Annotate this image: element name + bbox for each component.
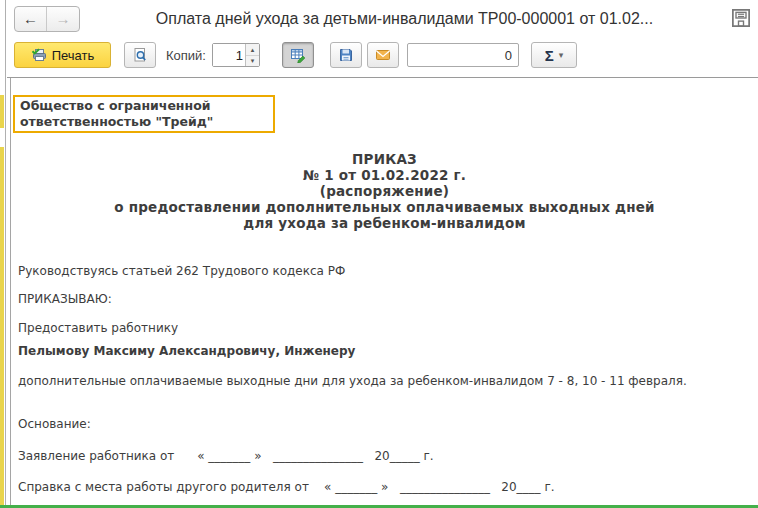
heading-subtitle: (распоряжение) <box>11 183 758 199</box>
titlebar: ← → Оплата дней ухода за детьми-инвалида… <box>7 0 758 38</box>
edit-table-button[interactable] <box>282 42 314 68</box>
paragraph-provide: Предоставить работнику <box>18 321 750 336</box>
chevron-down-icon: ▾ <box>559 50 564 60</box>
copies-input[interactable] <box>213 44 245 66</box>
copies-label: Копий: <box>166 48 206 63</box>
table-edit-icon <box>290 47 306 63</box>
order-heading: ПРИКАЗ № 1 от 01.02.2022 г. (распоряжени… <box>11 151 758 231</box>
document-left-border <box>10 78 11 505</box>
company-cell[interactable]: Общество с ограниченной ответственностью… <box>13 95 275 133</box>
arrow-right-icon: → <box>56 10 71 27</box>
email-button[interactable] <box>367 42 399 68</box>
print-preview-button[interactable] <box>124 42 156 68</box>
paragraph-basis-label: Основание: <box>18 417 750 432</box>
back-button[interactable]: ← <box>15 7 47 31</box>
spin-up-button[interactable]: ▴ <box>246 44 259 56</box>
nav-history-group: ← → <box>14 6 80 32</box>
heading-title: ПРИКАЗ <box>11 151 758 167</box>
document-area[interactable]: Общество с ограниченной ответственностью… <box>7 77 758 505</box>
toolbar: Печать Копий: ▴ ▾ <box>7 39 758 71</box>
forward-button[interactable]: → <box>47 7 79 31</box>
print-button-label: Печать <box>52 48 95 63</box>
printer-icon <box>31 47 47 63</box>
envelope-icon <box>375 47 391 63</box>
copies-spinbox: ▴ ▾ <box>212 43 260 67</box>
paragraph-legal-basis: Руководствуясь статьей 262 Трудового код… <box>18 264 750 279</box>
heading-subject-2: для ухода за ребенком-инвалидом <box>11 215 758 231</box>
sum-indicator-field[interactable] <box>407 43 519 67</box>
background-window-field <box>0 147 4 505</box>
arrow-left-icon: ← <box>23 10 38 27</box>
copies-spinner: ▴ ▾ <box>245 44 259 66</box>
print-button[interactable]: Печать <box>14 42 111 68</box>
floppy-disk-icon <box>338 47 354 63</box>
sigma-icon: Σ <box>545 47 554 64</box>
window-title: Оплата дней ухода за детьми-инвалидами Т… <box>80 10 729 28</box>
heading-subject-1: о предоставлении дополнительных оплачива… <box>11 199 758 215</box>
save-window-button[interactable] <box>729 7 753 31</box>
paragraph-order-word: ПРИКАЗЫВАЮ: <box>18 292 750 307</box>
background-window-field <box>0 95 4 128</box>
floppy-outline-icon <box>731 8 751 28</box>
paragraph-days: дополнительные оплачиваемые выходные дни… <box>18 374 750 389</box>
paragraph-statement-blank: Заявление работника от « _______ » _____… <box>18 449 750 464</box>
sigma-button[interactable]: Σ ▾ <box>531 42 577 68</box>
spin-down-button[interactable]: ▾ <box>246 56 259 67</box>
preview-icon <box>132 47 148 63</box>
paragraph-certificate-blank: Справка с места работы другого родителя … <box>18 480 750 495</box>
employee-name: Пелымову Максиму Александровичу, Инженер… <box>18 344 750 359</box>
heading-number-date: № 1 от 01.02.2022 г. <box>11 167 758 183</box>
save-file-button[interactable] <box>330 42 362 68</box>
background-window-edge[interactable] <box>0 0 6 508</box>
